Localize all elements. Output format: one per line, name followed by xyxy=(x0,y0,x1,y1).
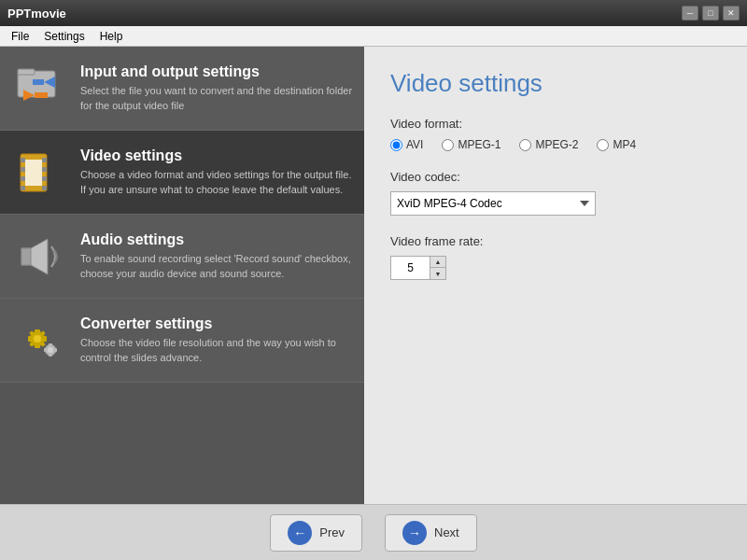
video-codec-group: Video codec: XviD MPEG-4 Codec DivX MPEG… xyxy=(390,170,721,216)
svg-rect-31 xyxy=(49,354,52,357)
svg-rect-10 xyxy=(21,186,25,190)
sidebar-item-input-output-text: Input and output settings Select the fil… xyxy=(80,63,353,113)
next-label: Next xyxy=(434,525,459,539)
converter-settings-icon xyxy=(11,313,67,369)
svg-rect-23 xyxy=(43,336,47,342)
svg-rect-22 xyxy=(28,336,32,342)
title-bar-controls: ─ □ ✕ xyxy=(682,6,740,21)
spinner-buttons: ▲ ▼ xyxy=(430,257,445,279)
svg-rect-33 xyxy=(54,348,57,352)
svg-rect-8 xyxy=(21,167,25,172)
sidebar-item-audio-settings-desc: To enable sound recording select 'Record… xyxy=(80,252,353,281)
sidebar-item-input-output-title: Input and output settings xyxy=(80,63,353,80)
prev-icon: ← xyxy=(288,521,312,545)
svg-point-19 xyxy=(34,335,41,343)
menu-bar: File Settings Help xyxy=(0,26,747,47)
svg-rect-13 xyxy=(42,176,47,181)
video-frame-rate-group: Video frame rate: ▲ ▼ xyxy=(390,234,721,280)
sidebar-item-converter-settings-title: Converter settings xyxy=(80,315,353,332)
title-bar: PPTmovie ─ □ ✕ xyxy=(0,0,747,26)
svg-rect-11 xyxy=(42,158,47,162)
svg-rect-32 xyxy=(44,348,47,352)
video-format-label: Video format: xyxy=(390,117,721,131)
sidebar-item-input-output[interactable]: Input and output settings Select the fil… xyxy=(0,47,364,131)
sidebar: Input and output settings Select the fil… xyxy=(0,47,364,504)
svg-rect-7 xyxy=(21,158,25,162)
sidebar-item-video-settings-text: Video settings Choose a video format and… xyxy=(80,147,353,197)
maximize-button[interactable]: □ xyxy=(702,6,719,21)
svg-rect-14 xyxy=(42,186,47,190)
sidebar-item-audio-settings-text: Audio settings To enable sound recording… xyxy=(80,231,353,281)
minimize-button[interactable]: ─ xyxy=(682,6,698,21)
radio-mpeg2[interactable]: MPEG-2 xyxy=(519,138,578,151)
next-icon: → xyxy=(402,521,427,545)
video-codec-label: Video codec: xyxy=(390,170,721,184)
video-codec-select[interactable]: XviD MPEG-4 Codec DivX MPEG-4 Codec H.26… xyxy=(390,191,596,216)
app-title: PPTmovie xyxy=(7,7,66,21)
svg-point-29 xyxy=(48,347,53,353)
radio-avi[interactable]: AVI xyxy=(390,138,423,151)
radio-avi-label: AVI xyxy=(406,138,423,151)
video-format-radio-group: AVI MPEG-1 MPEG-2 MP4 xyxy=(390,138,721,151)
svg-rect-3 xyxy=(33,79,44,85)
sidebar-item-video-settings-desc: Choose a video format and video settings… xyxy=(80,168,353,197)
panel-title: Video settings xyxy=(390,69,721,98)
radio-mpeg1-label: MPEG-1 xyxy=(458,138,500,151)
input-output-icon xyxy=(11,61,67,117)
radio-mpeg1[interactable]: MPEG-1 xyxy=(442,138,500,151)
right-panel: Video settings Video format: AVI MPEG-1 … xyxy=(364,47,747,504)
frame-rate-input[interactable] xyxy=(391,261,430,274)
radio-avi-input[interactable] xyxy=(390,139,402,151)
radio-mpeg1-input[interactable] xyxy=(442,139,454,151)
main-content: Input and output settings Select the fil… xyxy=(0,47,747,504)
bottom-bar: ← Prev → Next xyxy=(0,504,747,560)
radio-mp4-input[interactable] xyxy=(597,139,609,151)
spinner-down-button[interactable]: ▼ xyxy=(430,268,445,279)
menu-settings[interactable]: Settings xyxy=(36,28,92,45)
sidebar-item-video-settings[interactable]: Video settings Choose a video format and… xyxy=(0,131,364,215)
svg-rect-5 xyxy=(35,92,48,98)
spinner-up-button[interactable]: ▲ xyxy=(430,257,445,268)
sidebar-item-video-settings-title: Video settings xyxy=(80,147,353,164)
svg-rect-1 xyxy=(18,69,35,75)
svg-rect-9 xyxy=(21,176,25,181)
sidebar-item-converter-settings[interactable]: Converter settings Choose the video file… xyxy=(0,299,364,383)
audio-settings-icon xyxy=(11,229,67,285)
prev-label: Prev xyxy=(319,525,345,539)
frame-rate-spinner: ▲ ▼ xyxy=(390,256,446,280)
video-settings-icon xyxy=(11,145,67,201)
sidebar-item-input-output-desc: Select the file you want to convert and … xyxy=(80,84,353,113)
video-frame-rate-label: Video frame rate: xyxy=(390,234,721,248)
menu-file[interactable]: File xyxy=(4,28,36,45)
radio-mpeg2-input[interactable] xyxy=(519,139,531,151)
close-button[interactable]: ✕ xyxy=(723,6,740,21)
sidebar-item-converter-settings-desc: Choose the video file resolution and the… xyxy=(80,336,353,365)
radio-mp4-label: MP4 xyxy=(613,138,636,151)
svg-rect-20 xyxy=(35,329,40,333)
next-button[interactable]: → Next xyxy=(385,514,477,552)
svg-rect-17 xyxy=(21,248,31,265)
prev-button[interactable]: ← Prev xyxy=(270,514,362,552)
svg-rect-15 xyxy=(25,160,42,186)
svg-rect-30 xyxy=(49,343,52,346)
svg-rect-21 xyxy=(35,344,40,348)
sidebar-item-converter-settings-text: Converter settings Choose the video file… xyxy=(80,315,353,365)
video-codec-select-wrapper: XviD MPEG-4 Codec DivX MPEG-4 Codec H.26… xyxy=(390,191,596,216)
title-bar-left: PPTmovie xyxy=(7,7,66,21)
radio-mpeg2-label: MPEG-2 xyxy=(535,138,578,151)
radio-mp4[interactable]: MP4 xyxy=(597,138,636,151)
video-format-group: Video format: AVI MPEG-1 MPEG-2 MP4 xyxy=(390,117,721,151)
svg-rect-12 xyxy=(42,167,47,172)
sidebar-item-audio-settings[interactable]: Audio settings To enable sound recording… xyxy=(0,215,364,299)
sidebar-item-audio-settings-title: Audio settings xyxy=(80,231,353,248)
menu-help[interactable]: Help xyxy=(92,28,131,45)
